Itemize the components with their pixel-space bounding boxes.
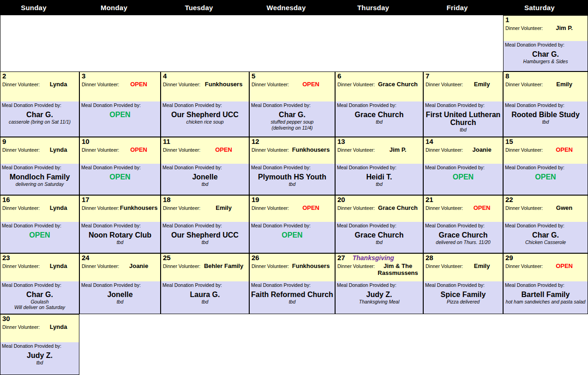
meal-donation-section: Meal Donation Provided by: Mondloch Fami…	[0, 164, 79, 195]
meal-donation-label: Meal Donation Provided by:	[2, 223, 78, 228]
meal-note: tbd	[251, 299, 333, 305]
meal-donation-section: Meal Donation Provided by: Judy Z. tbd	[0, 342, 79, 375]
day-cell[interactable]: 4 Dinner Volunteer: Funkhousers Meal Don…	[161, 71, 249, 137]
dinner-volunteer-name: Joanie	[119, 262, 158, 270]
day-number: 8	[505, 72, 509, 80]
day-cell[interactable]: 21 Dinner Volunteer: OPEN Meal Donation …	[423, 195, 503, 253]
dinner-volunteer-section: 19 Dinner Volunteer: OPEN	[250, 196, 335, 222]
meal-donation-section: Meal Donation Provided by: Heidi T. tbd	[336, 164, 423, 195]
day-number: 3	[82, 72, 85, 80]
meal-donation-label: Meal Donation Provided by:	[81, 102, 159, 108]
dinner-volunteer-name: Funkhousers	[289, 146, 333, 154]
weekday-header-cell: Friday	[423, 0, 503, 15]
weekday-header-row: Sunday Monday Tuesday Wednesday Thursday…	[0, 0, 588, 15]
meal-donor-name: Char G.	[505, 232, 586, 239]
meal-donor-name: Judy Z.	[2, 352, 78, 360]
day-cell[interactable]: 25 Dinner Volunteer: Behler Family Meal …	[161, 253, 249, 314]
day-number: 24	[82, 254, 90, 262]
meal-note: tbd	[337, 239, 421, 245]
meal-donation-label: Meal Donation Provided by:	[425, 102, 501, 108]
meal-donation-section: Meal Donation Provided by: Laura G. tbd	[161, 281, 249, 314]
day-number: 15	[505, 138, 513, 146]
meal-donation-label: Meal Donation Provided by:	[2, 102, 78, 108]
day-number: 18	[163, 196, 171, 204]
dinner-volunteer-name: OPEN	[463, 204, 501, 212]
dinner-volunteer-name: Funkhousers	[119, 204, 158, 212]
dinner-volunteer-section: 11 Dinner Volunteer: OPEN	[161, 137, 249, 164]
dinner-volunteer-name: OPEN	[119, 81, 158, 88]
meal-donor-name: Judy Z.	[337, 291, 421, 299]
day-number: 23	[2, 254, 10, 262]
meal-note: Chicken Casserole	[505, 239, 586, 245]
meal-donor-name: OPEN	[251, 232, 333, 239]
meal-donation-section: Meal Donation Provided by: Grace Church …	[336, 222, 423, 253]
day-cell[interactable]: 11 Dinner Volunteer: OPEN Meal Donation …	[161, 137, 249, 195]
dinner-volunteer-label: Dinner Volunteer:	[252, 147, 289, 153]
day-cell[interactable]: 14 Dinner Volunteer: Joanie Meal Donatio…	[423, 137, 503, 195]
day-number: 16	[2, 196, 10, 204]
meal-donation-section: Meal Donation Provided by: Grace Church …	[424, 222, 503, 253]
day-cell[interactable]: 1 Dinner Volunteer: Jim P. Meal Donation…	[503, 15, 588, 71]
dinner-volunteer-name: OPEN	[289, 81, 333, 88]
meal-donor-name: Grace Church	[337, 232, 421, 239]
meal-donation-label: Meal Donation Provided by:	[505, 165, 586, 170]
dinner-volunteer-section: 7 Dinner Volunteer: Emily	[424, 72, 503, 101]
day-cell[interactable]: 17 Dinner Volunteer: Funkhousers Meal Do…	[79, 195, 161, 253]
dinner-volunteer-section: 24 Dinner Volunteer: Joanie	[80, 254, 160, 281]
meal-donation-section: Meal Donation Provided by: OPEN	[504, 164, 588, 195]
dinner-volunteer-label: Dinner Volunteer:	[505, 205, 543, 211]
meal-note: tbd	[81, 299, 159, 305]
dinner-volunteer-section: 15 Dinner Volunteer: OPEN	[504, 137, 588, 164]
meal-donor-name: Plymouth HS Youth	[251, 173, 333, 181]
dinner-volunteer-label: Dinner Volunteer:	[163, 82, 200, 87]
day-cell[interactable]: 27 Thanksgiving Dinner Volunteer: Jim & …	[335, 253, 423, 314]
day-cell[interactable]: 18 Dinner Volunteer: Emily Meal Donation…	[161, 195, 249, 253]
day-cell[interactable]: 24 Dinner Volunteer: Joanie Meal Donatio…	[79, 253, 161, 314]
dinner-volunteer-label: Dinner Volunteer:	[163, 205, 200, 211]
day-cell[interactable]: 3 Dinner Volunteer: OPEN Meal Donation P…	[79, 71, 161, 137]
day-cell[interactable]: 10 Dinner Volunteer: OPEN Meal Donation …	[79, 137, 161, 195]
day-cell[interactable]: 26 Dinner Volunteer: Funkhousers Meal Do…	[249, 253, 335, 314]
meal-donation-label: Meal Donation Provided by:	[251, 223, 333, 228]
day-number: 9	[2, 138, 6, 146]
day-cell[interactable]: 22 Dinner Volunteer: Gwen Meal Donation …	[503, 195, 588, 253]
meal-donation-section: Meal Donation Provided by: Jonelle tbd	[80, 281, 160, 314]
meal-note: tbd	[425, 127, 501, 133]
dinner-volunteer-label: Dinner Volunteer:	[426, 147, 463, 153]
meal-note: tbd	[162, 239, 247, 245]
empty-week1-area	[0, 15, 503, 71]
meal-note: tbd	[337, 181, 421, 187]
day-cell[interactable]: 7 Dinner Volunteer: Emily Meal Donation …	[423, 71, 503, 137]
day-cell[interactable]: 13 Dinner Volunteer: Jim P. Meal Donatio…	[335, 137, 423, 195]
day-cell[interactable]: 8 Dinner Volunteer: Emily Meal Donation …	[503, 71, 588, 137]
day-cell[interactable]: 9 Dinner Volunteer: Lynda Meal Donation …	[0, 137, 79, 195]
dinner-volunteer-name: Lynda	[40, 81, 77, 88]
meal-donor-name: Char G.	[2, 111, 78, 119]
day-cell[interactable]: 23 Dinner Volunteer: Lynda Meal Donation…	[0, 253, 79, 314]
dinner-volunteer-name: Lynda	[40, 204, 77, 212]
day-cell[interactable]: 30 Dinner Volunteer: Lynda Meal Donation…	[0, 314, 79, 375]
day-cell[interactable]: 19 Dinner Volunteer: OPEN Meal Donation …	[249, 195, 335, 253]
day-cell[interactable]: 15 Dinner Volunteer: OPEN Meal Donation …	[503, 137, 588, 195]
day-cell[interactable]: 2 Dinner Volunteer: Lynda Meal Donation …	[0, 71, 79, 137]
day-cell[interactable]: 6 Dinner Volunteer: Grace Church Meal Do…	[335, 71, 423, 137]
dinner-volunteer-name: Emily	[463, 81, 501, 88]
meal-donation-section: Meal Donation Provided by: Our Shepherd …	[161, 101, 249, 137]
day-cell[interactable]: 20 Dinner Volunteer: Grace Church Meal D…	[335, 195, 423, 253]
meal-donation-section: Meal Donation Provided by: Judy Z. Thank…	[336, 281, 423, 314]
holiday-label: Thanksgiving	[353, 255, 394, 262]
day-cell[interactable]: 28 Dinner Volunteer: Emily Meal Donation…	[423, 253, 503, 314]
day-cell[interactable]: 12 Dinner Volunteer: Funkhousers Meal Do…	[249, 137, 335, 195]
meal-donation-label: Meal Donation Provided by:	[81, 165, 159, 170]
dinner-volunteer-label: Dinner Volunteer:	[2, 147, 40, 153]
meal-donor-name: Char G.	[251, 111, 333, 119]
meal-donation-label: Meal Donation Provided by:	[425, 223, 501, 228]
calendar-grid: 1 Dinner Volunteer: Jim P. Meal Donation…	[0, 15, 588, 375]
day-cell[interactable]: 5 Dinner Volunteer: OPEN Meal Donation P…	[249, 71, 335, 137]
dinner-volunteer-label: Dinner Volunteer:	[82, 147, 119, 153]
day-cell[interactable]: 29 Dinner Volunteer: OPEN Meal Donation …	[503, 253, 588, 314]
meal-donor-name: Heidi T.	[337, 173, 421, 181]
meal-donor-name: Char G.	[2, 291, 78, 299]
day-cell[interactable]: 16 Dinner Volunteer: Lynda Meal Donation…	[0, 195, 79, 253]
dinner-volunteer-label: Dinner Volunteer:	[337, 205, 375, 211]
